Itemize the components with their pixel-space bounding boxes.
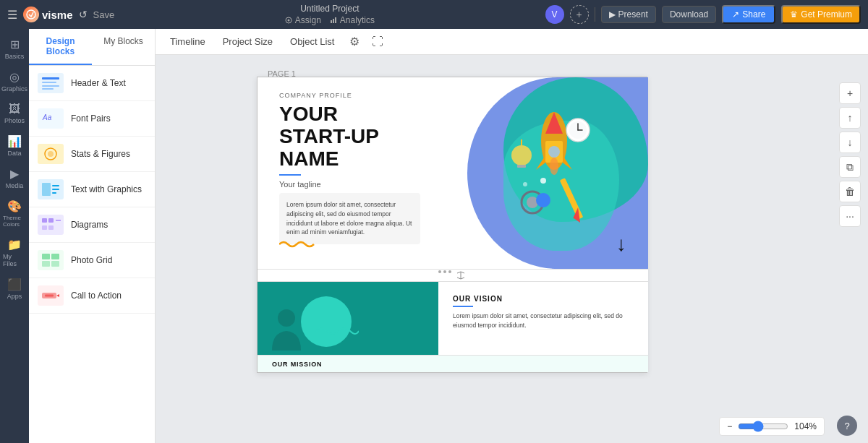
expand-icon[interactable] <box>455 270 467 280</box>
svg-marker-28 <box>56 294 59 297</box>
crown-icon: ♛ <box>790 9 798 20</box>
vision-underline <box>453 306 473 307</box>
media-icon: ▶ <box>10 167 19 181</box>
photo-grid-icon <box>38 250 64 270</box>
panel-tabs: Design Blocks My Blocks <box>29 29 155 66</box>
canvas-frame: COMPANY PROFILE YOUR START-UP NAME Your … <box>257 77 647 373</box>
project-title: Untitled Project <box>300 4 359 14</box>
share-button[interactable]: ↗ Share <box>722 5 775 24</box>
svg-point-49 <box>278 309 295 327</box>
present-button[interactable]: ▶ Present <box>601 6 656 23</box>
tab-design-blocks[interactable]: Design Blocks <box>29 29 92 65</box>
play-icon: ▶ <box>609 9 616 20</box>
rail-item-photos[interactable]: 🖼 Photos <box>1 98 27 129</box>
rail-item-data[interactable]: 📊 Data <box>1 130 27 161</box>
svg-rect-22 <box>42 254 50 259</box>
svg-rect-38 <box>517 165 526 168</box>
add-user-button[interactable]: + <box>570 5 589 24</box>
connector-dot <box>443 270 446 273</box>
tab-timeline[interactable]: Timeline <box>163 33 213 50</box>
duplicate-button[interactable]: ⧉ <box>839 156 861 178</box>
topbar-actions: V + ▶ Present Download ↗ Share ♛ Get Pre… <box>545 5 861 24</box>
logo-text-visme: visme <box>42 9 73 21</box>
slide-connector <box>258 269 648 282</box>
connector-dot <box>448 270 451 273</box>
font-pairs-icon: Aa <box>38 108 64 129</box>
svg-point-2 <box>287 20 289 22</box>
rocket-illustration <box>493 83 608 249</box>
panel-item-header-text[interactable]: Header & Text <box>29 66 155 101</box>
diagrams-icon <box>38 215 64 235</box>
zoom-out-icon[interactable]: − <box>727 421 732 431</box>
company-label: COMPANY PROFILE <box>279 92 379 99</box>
svg-rect-24 <box>42 261 50 267</box>
zoom-slider[interactable] <box>738 421 788 432</box>
design-panel: Design Blocks My Blocks Header & Text Aa… <box>29 29 156 443</box>
topbar-left: ☰ visme ↺ Save <box>7 7 114 22</box>
rail-item-graphics[interactable]: ◎ Graphics <box>1 66 27 97</box>
panel-item-call-to-action[interactable]: Call to Action <box>29 278 155 314</box>
svg-rect-25 <box>51 261 59 267</box>
svg-rect-3 <box>331 20 332 23</box>
tagline-text: Your tagline <box>279 180 379 189</box>
save-button[interactable]: Save <box>93 9 115 20</box>
panel-item-label: Font Pairs <box>71 113 111 124</box>
svg-rect-9 <box>42 88 54 90</box>
svg-rect-5 <box>335 17 336 23</box>
svg-rect-17 <box>42 218 47 223</box>
panel-item-diagrams[interactable]: Diagrams <box>29 207 155 243</box>
tab-object-list[interactable]: Object List <box>283 33 341 50</box>
rail-item-apps[interactable]: ⬛ Apps <box>1 273 27 304</box>
more-options-button[interactable]: ··· <box>839 205 861 227</box>
hamburger-icon[interactable]: ☰ <box>7 8 17 22</box>
zoom-level: 104% <box>794 421 817 431</box>
connector-dot <box>438 270 441 273</box>
panel-item-text-graphics[interactable]: Text with Graphics <box>29 172 155 207</box>
cta-icon <box>38 285 64 306</box>
help-button[interactable]: ? <box>837 416 857 436</box>
svg-rect-18 <box>48 218 54 223</box>
panel-item-stats-figures[interactable]: Stats & Figures <box>29 137 155 172</box>
svg-point-35 <box>550 158 558 175</box>
rail-item-my-files[interactable]: 📁 My Files <box>1 233 27 272</box>
my-files-icon: 📁 <box>7 238 22 251</box>
download-button[interactable]: Download <box>662 6 716 23</box>
svg-rect-43 <box>560 178 584 220</box>
premium-button[interactable]: ♛ Get Premium <box>781 5 861 24</box>
avatar: V <box>545 5 564 24</box>
secondary-toolbar: Timeline Project Size Object List ⚙ ⛶ <box>156 29 868 55</box>
panel-item-label: Photo Grid <box>71 255 112 265</box>
rail-item-media[interactable]: ▶ Media <box>1 163 27 194</box>
fullscreen-icon[interactable]: ⛶ <box>367 32 388 52</box>
svg-rect-15 <box>52 189 59 190</box>
align-down-button[interactable]: ↓ <box>839 132 861 153</box>
analytics-button[interactable]: Analytics <box>330 15 375 25</box>
connector-dots <box>438 270 468 280</box>
align-up-button[interactable]: ↑ <box>839 107 861 129</box>
rail-item-basics[interactable]: ⊞ Basics <box>1 33 27 64</box>
delete-button[interactable]: 🗑 <box>839 181 861 202</box>
svg-rect-6 <box>42 77 59 79</box>
assign-button[interactable]: Assign <box>285 15 321 25</box>
panel-item-photo-grid[interactable]: Photo Grid <box>29 243 155 278</box>
stats-icon <box>38 144 64 164</box>
lorem-text-box: Lorem ipsum dolor sit amet, consectetur … <box>279 193 420 244</box>
tab-project-size[interactable]: Project Size <box>216 33 280 50</box>
settings-icon[interactable]: ⚙ <box>344 32 365 52</box>
startup-name-line1: YOUR <box>279 103 379 126</box>
add-element-button[interactable]: + <box>839 82 861 104</box>
panel-item-label: Header & Text <box>71 78 126 88</box>
wave-decoration <box>279 238 315 253</box>
startup-name: YOUR START-UP NAME <box>279 103 379 170</box>
svg-point-47 <box>540 178 546 184</box>
svg-rect-7 <box>42 82 56 83</box>
panel-item-label: Diagrams <box>71 220 108 230</box>
panel-item-font-pairs[interactable]: Aa Font Pairs <box>29 101 155 137</box>
svg-point-12 <box>48 151 54 157</box>
divider <box>595 7 595 22</box>
tab-my-blocks[interactable]: My Blocks <box>92 29 155 65</box>
tagline-decoration <box>279 174 301 176</box>
rail-item-theme-colors[interactable]: 🎨 Theme Colors <box>1 195 27 232</box>
teal-circle-decoration <box>301 296 352 347</box>
undo-icon[interactable]: ↺ <box>79 9 88 20</box>
